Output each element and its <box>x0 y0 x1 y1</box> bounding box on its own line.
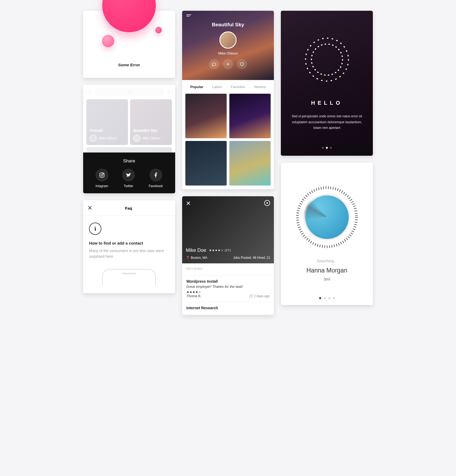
share-label: Facebook <box>149 184 163 188</box>
faq-card: ✕ Faq i How to find or add a contact Man… <box>83 200 175 293</box>
bubble-small <box>155 27 162 33</box>
instagram-icon <box>95 169 108 181</box>
share-instagram[interactable]: Intagram <box>95 169 108 188</box>
profile-title: Beautiful Sky <box>212 22 244 28</box>
info-icon: i <box>89 223 101 235</box>
svg-point-16 <box>311 44 343 75</box>
review-stars: ★★★★☆ <box>186 290 270 294</box>
search-name: Hanna Morgan <box>307 267 347 274</box>
searching-card: Searching... Hanna Morgan 3ml <box>281 163 373 305</box>
share-facebook[interactable]: Facebook <box>149 169 163 188</box>
tab-bar: Popular Latest Favorites Newest <box>182 80 274 94</box>
comment-button[interactable] <box>209 59 219 69</box>
profile-hero: Beautiful Sky Mike Oldsun <box>182 11 274 80</box>
facebook-icon <box>149 169 162 181</box>
gallery-tile[interactable] <box>229 141 271 186</box>
share-twitter[interactable]: Twitter <box>122 169 135 188</box>
share-panel: Share Intagram Twitter <box>83 152 175 193</box>
gallery-tile[interactable] <box>185 94 227 138</box>
gallery-tile[interactable] <box>185 141 227 186</box>
tab-favorites[interactable]: Favorites <box>231 85 245 89</box>
reviewer-stats: Jobs Posted: 46 Hired: 21 <box>233 256 270 260</box>
review-time: 🕑 2 days ago <box>249 294 270 298</box>
page-dots[interactable] <box>322 147 332 149</box>
tab-newest[interactable]: Newest <box>254 85 266 89</box>
avatar[interactable] <box>219 31 237 49</box>
hello-body: Sed ut perspiciatis unde omnis iste natu… <box>288 114 365 131</box>
search-distance: 3ml <box>324 277 330 281</box>
phone-illustration <box>102 269 156 285</box>
svg-point-9 <box>101 174 103 176</box>
svg-point-10 <box>103 173 104 174</box>
hello-card: HELLO Sed ut perspiciatis unde omnis ist… <box>281 11 373 156</box>
radar-avatar <box>296 186 358 248</box>
page-dots[interactable] <box>319 297 335 299</box>
review-card: ✕ Mike Doe ★★★★☆ (27) 📍 Boston, MA Jobs … <box>182 196 274 315</box>
dotted-ring-icon <box>303 35 351 84</box>
bubble-large <box>102 0 156 32</box>
reviewer-stars: ★★★★☆ (27) <box>209 249 231 252</box>
close-icon[interactable]: ✕ <box>186 200 191 207</box>
faq-question: How to find or add a contact <box>89 241 169 245</box>
hello-heading: HELLO <box>311 100 343 106</box>
tab-popular[interactable]: Popular <box>190 85 203 89</box>
error-card: Some Error <box>83 11 175 78</box>
gallery-tile[interactable] <box>229 94 271 138</box>
feed-card: Friends Mike Oldsun Beautiful Sky Mike O… <box>83 85 175 193</box>
faq-answer: Many of the consumers in our test case w… <box>89 248 169 259</box>
search-status: Searching... <box>317 259 337 263</box>
share-label: Twitter <box>124 184 133 188</box>
review-title: Wordpress Install <box>186 279 270 284</box>
play-icon[interactable] <box>264 200 270 206</box>
review-item[interactable]: Internet Research <box>182 302 274 315</box>
radar-sweep-icon <box>304 194 350 241</box>
faq-title: Faq <box>92 206 165 210</box>
share-heading: Share <box>83 158 175 164</box>
reviewer-name: Mike Doe <box>186 248 206 253</box>
menu-icon[interactable] <box>186 14 191 18</box>
close-icon[interactable]: ✕ <box>87 205 92 212</box>
review-text: Great employer! Thanks for the task! <box>186 285 270 289</box>
review-item[interactable]: Wordpress Install Great employer! Thanks… <box>182 275 274 302</box>
bubble-medium <box>102 35 114 47</box>
review-title: Internet Research <box>186 306 270 310</box>
review-author: Thome K. <box>186 294 201 298</box>
profile-author: Mike Oldsun <box>218 51 238 55</box>
reviews-heading: REVIEWS <box>186 267 270 270</box>
tab-latest[interactable]: Latest <box>212 85 222 89</box>
add-button[interactable] <box>223 59 233 69</box>
profile-card: Beautiful Sky Mike Oldsun Popular Latest… <box>182 11 274 189</box>
review-hero: ✕ Mike Doe ★★★★☆ (27) 📍 Boston, MA Jobs … <box>182 196 274 263</box>
like-button[interactable] <box>237 59 247 69</box>
error-message: Some Error <box>118 63 140 67</box>
twitter-icon <box>122 169 135 181</box>
reviewer-location: 📍 Boston, MA <box>186 256 207 260</box>
share-label: Intagram <box>95 184 108 188</box>
